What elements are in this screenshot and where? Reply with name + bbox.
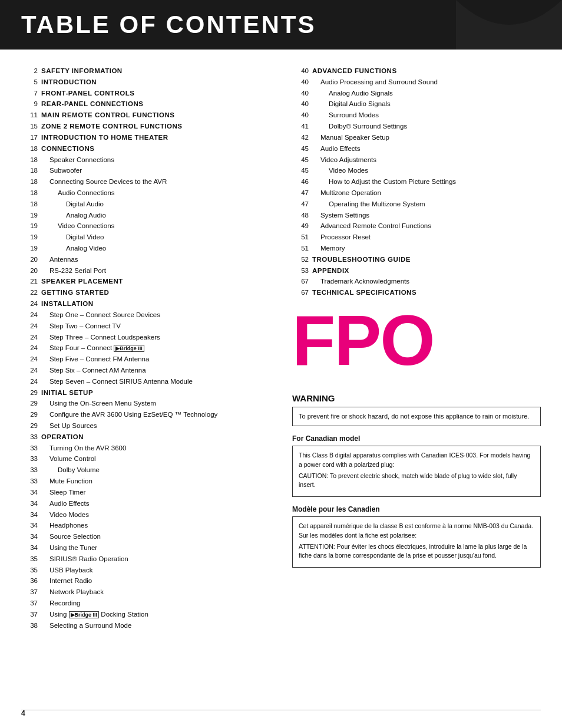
toc-label: Analog Audio	[41, 210, 275, 221]
toc-left-column: 2SAFETY INFORMATION5INTRODUCTION7FRONT-P…	[21, 66, 275, 631]
list-item: 42Manual Speaker Setup	[292, 133, 541, 143]
list-item: 24Step One – Connect Source Devices	[21, 310, 275, 321]
list-item: 33Turning On the AVR 3600	[21, 443, 275, 454]
toc-page-num: 35	[21, 565, 38, 576]
toc-label: Audio Effects	[41, 499, 275, 509]
list-item: 24Step Five – Connect FM Antenna	[21, 354, 275, 365]
toc-label: Video Modes	[312, 166, 541, 176]
list-item: 5INTRODUCTION	[21, 77, 275, 88]
toc-label: INTRODUCTION TO HOME THEATER	[41, 133, 275, 143]
toc-page-num: 67	[292, 288, 309, 298]
toc-page-num: 19	[21, 221, 38, 232]
toc-label: Analog Video	[41, 243, 275, 254]
list-item: 24Step Four – Connect ▶Bridge III	[21, 343, 275, 354]
toc-page-num: 45	[292, 166, 309, 176]
toc-page-num: 40	[292, 99, 309, 110]
toc-page-num: 29	[21, 388, 38, 398]
list-item: 18Digital Audio	[21, 199, 275, 210]
list-item: 37Using ▶Bridge III Docking Station	[21, 610, 275, 620]
toc-page-num: 29	[21, 421, 38, 431]
list-item: 45Video Modes	[292, 166, 541, 176]
toc-page-num: 35	[21, 554, 38, 565]
canadian-model-title: For Canadian model	[292, 434, 541, 443]
toc-page-num: 47	[292, 188, 309, 199]
canadian-model-text2: CAUTION: To prevent electric shock, matc…	[299, 472, 534, 489]
toc-page-num: 18	[21, 188, 38, 199]
toc-page-num: 52	[292, 255, 309, 265]
warning-box: To prevent fire or shock hazard, do not …	[292, 407, 541, 426]
list-item: 67Trademark Acknowledgments	[292, 276, 541, 287]
toc-label: Selecting a Surround Mode	[41, 621, 275, 631]
toc-page-num: 34	[21, 521, 38, 531]
modele-box: Cet appareil numérique de la classe B es…	[292, 516, 541, 568]
toc-page-num: 15	[21, 121, 38, 132]
toc-label: Trademark Acknowledgments	[312, 276, 541, 287]
list-item: 47Multizone Operation	[292, 188, 541, 199]
toc-label: Configure the AVR 3600 Using EzSet/EQ ™ …	[41, 410, 275, 420]
list-item: 51Memory	[292, 243, 541, 254]
toc-page-num: 34	[21, 543, 38, 554]
toc-label: Operating the Multizone System	[312, 199, 541, 210]
toc-label: Advanced Remote Control Functions	[312, 221, 541, 232]
list-item: 47Operating the Multizone System	[292, 199, 541, 210]
toc-label: MAIN REMOTE CONTROL FUNCTIONS	[41, 110, 275, 121]
toc-page-num: 40	[292, 77, 309, 88]
toc-page-num: 53	[292, 266, 309, 276]
toc-page-num: 2	[21, 66, 38, 77]
canadian-model-text1: This Class B digital apparatus complies …	[299, 451, 534, 469]
list-item: 46How to Adjust the Custom Picture Setti…	[292, 177, 541, 187]
toc-label: OPERATION	[41, 432, 275, 443]
list-item: 40Analog Audio Signals	[292, 88, 541, 99]
toc-page-num: 33	[21, 443, 38, 454]
list-item: 15ZONE 2 REMOTE CONTROL FUNCTIONS	[21, 121, 275, 132]
list-item: 24Step Three – Connect Loudspeakers	[21, 332, 275, 343]
modele-text2: ATTENTION: Pour éviter les chocs électri…	[299, 542, 534, 560]
list-item: 40ADVANCED FUNCTIONS	[292, 66, 541, 77]
list-item: 18Speaker Connections	[21, 155, 275, 166]
toc-page-num: 46	[292, 177, 309, 187]
toc-label: INSTALLATION	[41, 299, 275, 309]
toc-label: Digital Audio	[41, 199, 275, 210]
list-item: 33Volume Control	[21, 454, 275, 465]
toc-page-num: 24	[21, 377, 38, 387]
modele-title: Modèle pour les Canadien	[292, 505, 541, 513]
list-item: 22GETTING STARTED	[21, 288, 275, 298]
toc-label: Network Playback	[41, 587, 275, 598]
toc-page-num: 19	[21, 232, 38, 243]
toc-page-num: 5	[21, 77, 38, 88]
list-item: 34Video Modes	[21, 510, 275, 521]
list-item: 18Connecting Source Devices to the AVR	[21, 177, 275, 187]
list-item: 45Audio Effects	[292, 144, 541, 154]
bridge-logo: ▶Bridge III	[114, 345, 144, 352]
toc-label: Set Up Sources	[41, 421, 275, 431]
toc-label: Subwoofer	[41, 166, 275, 176]
list-item: 40Audio Processing and Surround Sound	[292, 77, 541, 88]
list-item: 29INITIAL SETUP	[21, 388, 275, 398]
list-item: 45Video Adjustments	[292, 155, 541, 166]
toc-page-num: 40	[292, 88, 309, 99]
page-wrapper: TABLE OF CONTENTS 2SAFETY INFORMATION5IN…	[0, 0, 562, 728]
toc-label: Using the Tuner	[41, 543, 275, 554]
toc-page-num: 34	[21, 499, 38, 509]
toc-label: Processor Reset	[312, 232, 541, 243]
toc-page-num: 45	[292, 155, 309, 166]
toc-label: Audio Processing and Surround Sound	[312, 77, 541, 88]
toc-page-num: 51	[292, 243, 309, 254]
toc-page-num: 22	[21, 288, 38, 298]
bottom-line	[21, 710, 541, 710]
toc-label: Analog Audio Signals	[312, 88, 541, 99]
toc-label: CONNECTIONS	[41, 144, 275, 154]
list-item: 24Step Two – Connect TV	[21, 321, 275, 332]
toc-page-num: 41	[292, 121, 309, 132]
toc-label: Video Modes	[41, 510, 275, 521]
toc-page-num: 47	[292, 199, 309, 210]
toc-page-num: 18	[21, 144, 38, 154]
list-item: 40Digital Audio Signals	[292, 99, 541, 110]
toc-label: SIRIUS® Radio Operation	[41, 554, 275, 565]
warning-text: To prevent fire or shock hazard, do not …	[299, 413, 529, 420]
modele-text1: Cet appareil numérique de la classe B es…	[299, 522, 534, 539]
list-item: 37Recording	[21, 598, 275, 609]
toc-label: Antennas	[41, 255, 275, 265]
list-item: 49Advanced Remote Control Functions	[292, 221, 541, 232]
toc-label: Step Six – Connect AM Antenna	[41, 365, 275, 376]
